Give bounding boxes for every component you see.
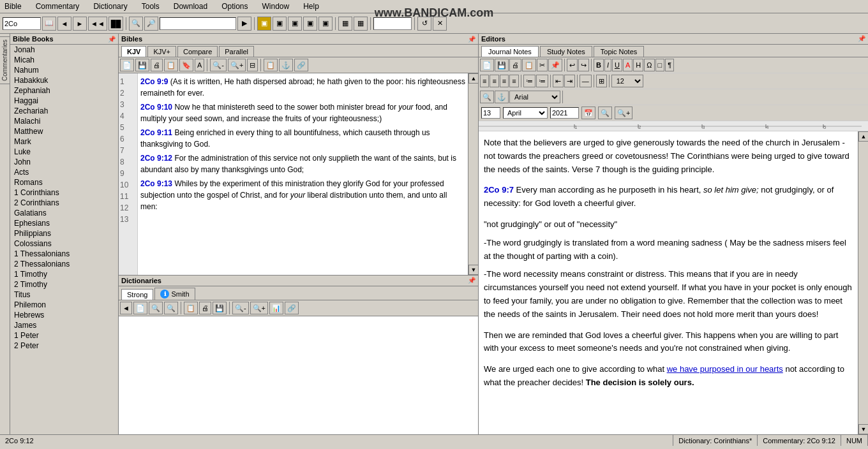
tab-journal-notes[interactable]: Journal Notes (481, 46, 539, 57)
tool3-btn[interactable]: ▣ (288, 17, 302, 31)
book-2peter[interactable]: 2 Peter (10, 341, 118, 351)
book-zechariah[interactable]: Zechariah (10, 106, 118, 116)
book-luke[interactable]: Luke (10, 147, 118, 157)
book-matthew[interactable]: Matthew (10, 126, 118, 136)
dict-pin[interactable]: 📌 (468, 277, 475, 284)
bible-content[interactable]: 2Co 9:9 (As it is written, He hath dispe… (138, 73, 468, 275)
book-john[interactable]: John (10, 157, 118, 167)
tab-strong[interactable]: Strong (121, 289, 153, 300)
tool6-btn[interactable]: ▦ (338, 17, 352, 31)
dict-link[interactable]: 🔗 (285, 302, 299, 314)
dict-save[interactable]: 💾 (213, 302, 227, 314)
scroll-down-btn[interactable]: ▼ (468, 265, 478, 275)
tab-smith[interactable]: ℹ Smith (154, 288, 195, 300)
book-1peter[interactable]: 1 Peter (10, 330, 118, 341)
ed-undo[interactable]: ↩ (567, 59, 578, 71)
ed-cut[interactable]: ✂ (537, 59, 548, 71)
ed-list1[interactable]: ≔ (523, 75, 535, 87)
dict-search[interactable]: 🔍 (149, 302, 163, 314)
book-2cor[interactable]: 2 Corinthians (10, 198, 118, 208)
bible-tb2[interactable]: 💾 (135, 59, 149, 71)
bible-tb6[interactable]: A (195, 59, 204, 71)
dict-content[interactable] (119, 316, 478, 434)
ed-font-size-select[interactable]: 10 11 12 14 (611, 75, 643, 87)
ed-color[interactable]: A (623, 59, 632, 71)
book-mark[interactable]: Mark (10, 136, 118, 147)
tool4-btn[interactable]: ▣ (303, 17, 317, 31)
book-james[interactable]: James (10, 320, 118, 330)
bible-zoom-out[interactable]: 🔍- (210, 59, 227, 71)
ed-highlight[interactable]: H (633, 59, 643, 71)
verse-ref-9-11[interactable]: 2Co 9:11 (140, 128, 172, 137)
date-zoom-btn[interactable]: 🔍+ (615, 107, 632, 119)
book-hebrews[interactable]: Hebrews (10, 310, 118, 320)
ed-symbol[interactable]: Ω (644, 59, 654, 71)
editor-content[interactable]: Note that the believers are urged to giv… (479, 131, 858, 434)
clear-btn[interactable]: ✕ (433, 17, 447, 31)
ed-indent-out[interactable]: ⇤ (553, 75, 564, 87)
editors-pin[interactable]: 📌 (858, 35, 865, 43)
menu-download[interactable]: Download (172, 1, 209, 11)
date-month-select[interactable]: April (503, 107, 548, 119)
tool5-btn[interactable]: ▣ (318, 17, 333, 31)
editor-scroll-down[interactable]: ▼ (858, 424, 868, 434)
verse-ref-9-12[interactable]: 2Co 9:12 (140, 154, 172, 163)
ed-align-center[interactable]: ≡ (490, 75, 498, 87)
ed-italic[interactable]: I (604, 59, 611, 71)
bible-link[interactable]: 🔗 (294, 59, 308, 71)
ed-print[interactable]: 🖨 (509, 59, 521, 71)
dict-print[interactable]: 🖨 (199, 302, 211, 314)
tool1-btn[interactable]: ▣ (257, 17, 271, 31)
ed-note-box[interactable]: □ (655, 59, 665, 71)
commentaries-tab[interactable]: Commentaries (0, 36, 10, 84)
ed-list2[interactable]: ≔ (536, 75, 548, 87)
dict-new[interactable]: 📄 (133, 302, 147, 314)
menu-help[interactable]: Help (301, 1, 321, 11)
menu-options[interactable]: Options (220, 1, 250, 11)
ed-font-select[interactable]: Arial (509, 91, 560, 103)
ed-justify[interactable]: ≡ (509, 75, 518, 87)
books-list[interactable]: Jonah Micah Nahum Habakkuk Zephaniah Hag… (10, 45, 118, 434)
book-1thess[interactable]: 1 Thessalonians (10, 249, 118, 259)
bible-tb5[interactable]: 🔖 (179, 59, 193, 71)
book-2timothy[interactable]: 2 Timothy (10, 279, 118, 290)
tab-kjv[interactable]: KJV (121, 46, 146, 57)
menu-tools[interactable]: Tools (140, 1, 161, 11)
ed-indent-in[interactable]: ⇥ (564, 75, 575, 87)
search2-btn[interactable]: 🔎 (144, 17, 158, 31)
date-search-btn[interactable]: 🔍 (598, 107, 612, 119)
book-lookup-btn[interactable]: 📖 (42, 17, 56, 31)
ed-redo[interactable]: ↪ (578, 59, 589, 71)
menu-commentary[interactable]: Commentary (34, 1, 82, 11)
tab-compare[interactable]: Compare (177, 46, 218, 57)
bible-split[interactable]: ⊟ (247, 59, 258, 71)
bible-scrollbar[interactable]: ▲ ▼ (468, 73, 478, 275)
bible-copy[interactable]: 📋 (264, 59, 278, 71)
verse-ref-9-10[interactable]: 2Co 9:10 (140, 103, 172, 112)
date-day-input[interactable] (481, 107, 500, 119)
ed-table[interactable]: ⊞ (596, 75, 607, 87)
ed-align-right[interactable]: ≡ (500, 75, 509, 87)
ed-paste[interactable]: 📌 (548, 59, 562, 71)
bible-tb1[interactable]: 📄 (120, 59, 134, 71)
book-titus[interactable]: Titus (10, 290, 118, 300)
book-zephaniah[interactable]: Zephaniah (10, 85, 118, 96)
book-nahum[interactable]: Nahum (10, 65, 118, 75)
dict-chart[interactable]: 📊 (269, 302, 283, 314)
scroll-up-btn[interactable]: ▲ (468, 73, 478, 84)
dict-zoom-out[interactable]: 🔍- (232, 302, 249, 314)
ed-underline[interactable]: U (612, 59, 622, 71)
bible-tb3[interactable]: 🖨 (151, 59, 163, 71)
ed-new[interactable]: 📄 (480, 59, 494, 71)
ed-copy[interactable]: 📋 (522, 59, 536, 71)
note-link[interactable]: we have purposed in our hearts (667, 364, 783, 374)
search-btn[interactable]: 🔍 (129, 17, 143, 31)
bible-anchor[interactable]: ⚓ (279, 59, 293, 71)
book-galatians[interactable]: Galatians (10, 208, 118, 218)
tab-parallel[interactable]: Parallel (219, 46, 254, 57)
bibles-pin[interactable]: 📌 (468, 36, 475, 43)
book-2thess[interactable]: 2 Thessalonians (10, 259, 118, 269)
reload-btn[interactable]: ↺ (417, 17, 431, 31)
bible-zoom-in[interactable]: 🔍+ (228, 59, 246, 71)
search-input[interactable] (160, 17, 236, 30)
